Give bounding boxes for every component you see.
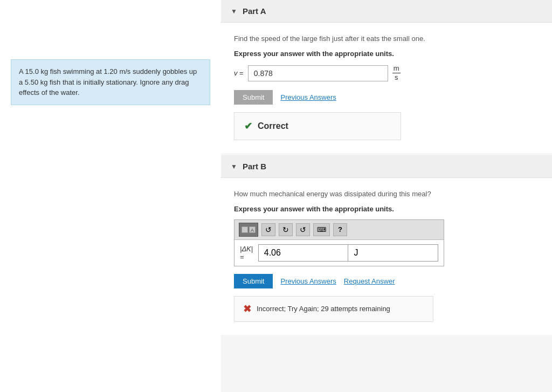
part-a-title: Part A bbox=[243, 6, 266, 16]
part-a-section: ▼ Part A Find the speed of the large fis… bbox=[221, 0, 552, 153]
part-b-request-answer-link[interactable]: Request Answer bbox=[344, 277, 395, 285]
math-toolbar: A ↺ ↻ ↺ ⌨ ? bbox=[234, 220, 444, 240]
part-a-unit: m s bbox=[392, 64, 401, 83]
check-icon: ✔ bbox=[244, 120, 252, 132]
part-a-chevron-icon[interactable]: ▼ bbox=[231, 8, 237, 15]
math-input-row: |ΔK| = bbox=[234, 240, 444, 266]
part-a-question: Find the speed of the large fish just af… bbox=[234, 33, 539, 44]
part-b-question: How much mechanical energy was dissipate… bbox=[234, 189, 539, 200]
part-a-answer-label: v = bbox=[234, 69, 244, 77]
part-b-content: How much mechanical energy was dissipate… bbox=[221, 178, 552, 335]
part-b-instruction: Express your answer with the appropriate… bbox=[234, 205, 539, 213]
part-b-previous-answers-link[interactable]: Previous Answers bbox=[280, 277, 336, 285]
part-b-incorrect-label: Incorrect; Try Again; 29 attempts remain… bbox=[257, 305, 390, 313]
part-a-instruction: Express your answer with the appropriate… bbox=[234, 50, 539, 58]
part-a-answer-row: v = m s bbox=[234, 64, 539, 83]
part-a-correct-label: Correct bbox=[258, 121, 288, 131]
part-b-unit-input[interactable] bbox=[348, 244, 438, 262]
part-a-submit-row: Submit Previous Answers bbox=[234, 90, 539, 105]
part-b-chevron-icon[interactable]: ▼ bbox=[231, 163, 237, 170]
x-icon: ✖ bbox=[243, 303, 251, 315]
help-button[interactable]: ? bbox=[333, 223, 347, 236]
undo-button[interactable]: ↺ bbox=[261, 223, 275, 236]
part-b-value-input[interactable] bbox=[258, 244, 349, 262]
part-b-incorrect-box: ✖ Incorrect; Try Again; 29 attempts rema… bbox=[234, 296, 433, 322]
part-b-title: Part B bbox=[243, 162, 266, 171]
part-b-submit-row: Submit Previous Answers Request Answer bbox=[234, 274, 539, 288]
refresh-button[interactable]: ↺ bbox=[296, 223, 310, 236]
part-b-submit-button[interactable]: Submit bbox=[234, 274, 273, 288]
part-b-section: ▼ Part B How much mechanical energy was … bbox=[221, 155, 552, 335]
part-b-math-input-container: A ↺ ↻ ↺ ⌨ ? |ΔK| = bbox=[234, 219, 444, 266]
keyboard-button[interactable]: ⌨ bbox=[313, 223, 330, 236]
part-a-correct-box: ✔ Correct bbox=[234, 112, 401, 140]
part-a-previous-answers-link[interactable]: Previous Answers bbox=[280, 93, 336, 101]
math-palette-button[interactable]: A bbox=[239, 223, 258, 237]
part-a-content: Find the speed of the large fish just af… bbox=[221, 23, 552, 153]
part-a-answer-input[interactable] bbox=[248, 65, 388, 81]
redo-button[interactable]: ↻ bbox=[279, 223, 293, 236]
math-eq-label: |ΔK| = bbox=[240, 244, 258, 262]
part-a-header[interactable]: ▼ Part A bbox=[221, 0, 552, 23]
problem-statement: A 15.0 kg fish swimming at 1.20 m/s sudd… bbox=[11, 59, 210, 105]
part-b-header[interactable]: ▼ Part B bbox=[221, 155, 552, 178]
part-a-submit-button[interactable]: Submit bbox=[234, 90, 273, 105]
